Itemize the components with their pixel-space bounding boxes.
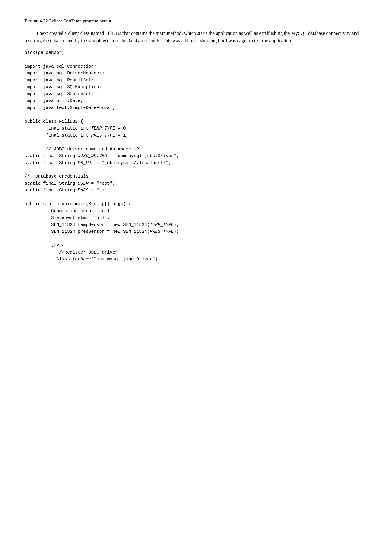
code-text: SEN_11824 tempSensor = new SEN_11824(: [24, 222, 150, 227]
code-text: import java.text.SimpleDateFormat;: [24, 105, 115, 110]
code-italic: TEMP_TYPE: [150, 222, 174, 227]
code-text: );: [174, 229, 179, 234]
code-text: package sensor;: [24, 50, 65, 55]
page-content: Figure 4-22 Eclipse TestTemp program out…: [24, 18, 368, 263]
code-line: //Register JDBC driver: [24, 249, 368, 256]
code-text: static final String: [24, 160, 78, 165]
code-text: = "com.mysql.jdbc.Driver";: [107, 153, 179, 158]
code-text: static final String: [24, 188, 78, 193]
code-text: import java.sql.Connection;: [24, 64, 96, 69]
code-line: [24, 56, 368, 63]
code-line: [24, 139, 368, 145]
code-italic: TEMP_TYPE: [91, 126, 115, 131]
code-line: Connection conn = null;: [24, 208, 368, 214]
code-text: = "jdbc:mysql://localhost/";: [94, 160, 171, 165]
code-text: Connection conn = null;: [24, 209, 112, 213]
code-italic: DB_URL: [78, 160, 94, 165]
code-text: import java.sql.SQLException;: [24, 85, 102, 89]
code-line: // Database credentials: [24, 173, 368, 180]
code-line: static final String JDBC_DRIVER = "com.m…: [24, 153, 368, 159]
code-text: = 0;: [115, 126, 129, 131]
code-text: //Register JDBC driver: [24, 250, 118, 255]
code-line: import java.sql.ResultSet;: [24, 77, 368, 84]
code-line: // JDBC driver name and database URL: [24, 146, 368, 153]
code-line: final static int PRES_TYPE = 1;: [24, 132, 368, 139]
code-text: try {: [24, 243, 65, 248]
code-text: import java.sql.ResultSet;: [24, 78, 94, 83]
code-text: static final String: [24, 153, 78, 158]
code-line: SEN_11824 tempSensor = new SEN_11824(TEM…: [24, 221, 368, 228]
code-text: public class FillDB2 {: [24, 119, 83, 124]
code-line: [24, 235, 368, 242]
code-italic: PASS: [78, 188, 89, 193]
code-italic: PRES_TYPE: [91, 133, 115, 138]
body-paragraph: I next created a client class named Fill…: [24, 30, 368, 44]
code-text: import java.sql.Statement;: [24, 92, 94, 96]
code-line: final static int TEMP_TYPE = 0;: [24, 125, 368, 132]
code-text: ("com.mysql.jdbc.Driver");: [91, 257, 160, 262]
code-text: );: [174, 222, 179, 227]
code-text: static final String: [24, 181, 78, 186]
code-italic: PRES_TYPE: [150, 229, 174, 234]
code-text: = 1;: [115, 133, 129, 138]
code-line: [24, 194, 368, 201]
code-line: import java.sql.Connection;: [24, 63, 368, 70]
figure-label: Figure 4-22: [24, 18, 48, 23]
code-line: Class.forName("com.mysql.jdbc.Driver");: [24, 256, 368, 262]
code-text: import java.util.Date;: [24, 98, 83, 103]
code-text: public static void main(String[] args) {: [24, 202, 131, 206]
code-line: public static void main(String[] args) {: [24, 201, 368, 207]
code-text: final static int: [24, 133, 91, 138]
code-text: // JDBC driver name and database URL: [24, 147, 142, 152]
code-line: [24, 111, 368, 118]
code-line: import java.sql.SQLException;: [24, 84, 368, 90]
code-line: public class FillDB2 {: [24, 118, 368, 125]
code-line: [24, 166, 368, 173]
code-text: import java.sql.DriverManager;: [24, 71, 104, 76]
code-text: = "root";: [89, 181, 115, 186]
code-line: static final String USER = "root";: [24, 180, 368, 187]
code-text: final static int: [24, 126, 91, 131]
code-text: SEN_11824 presSensor = new SEN_11824(: [24, 229, 150, 234]
code-line: package sensor;: [24, 49, 368, 56]
code-line: import java.text.SimpleDateFormat;: [24, 104, 368, 111]
code-line: try {: [24, 242, 368, 249]
figure-caption-text: Eclipse TestTemp program output: [48, 18, 111, 23]
code-line: static final String PASS = "";: [24, 187, 368, 194]
code-text: Class.: [24, 257, 73, 262]
figure-caption: Figure 4-22 Eclipse TestTemp program out…: [24, 18, 368, 24]
code-line: Statement stmt = null;: [24, 214, 368, 221]
code-italic: USER: [78, 181, 89, 186]
code-line: import java.sql.DriverManager;: [24, 70, 368, 77]
code-text: Statement stmt = null;: [24, 215, 110, 220]
code-text: // Database credentials: [24, 174, 89, 179]
code-line: import java.sql.Statement;: [24, 91, 368, 97]
code-italic: forName: [73, 257, 91, 262]
code-italic: JDBC_DRIVER: [78, 153, 107, 158]
code-line: static final String DB_URL = "jdbc:mysql…: [24, 160, 368, 166]
code-line: import java.util.Date;: [24, 97, 368, 104]
code-line: SEN_11824 presSensor = new SEN_11824(PRE…: [24, 228, 368, 235]
code-text: = "";: [89, 188, 104, 193]
code-block: package sensor;import java.sql.Connectio…: [24, 49, 368, 263]
